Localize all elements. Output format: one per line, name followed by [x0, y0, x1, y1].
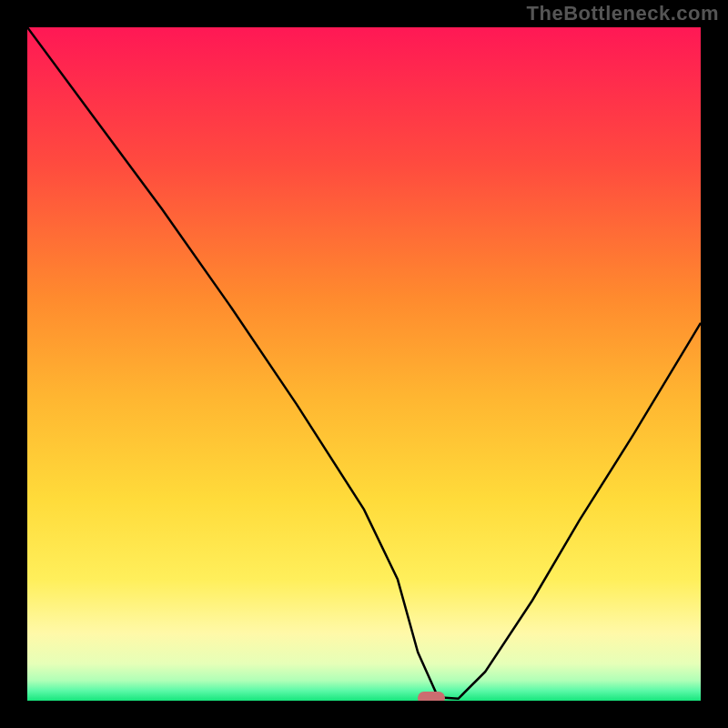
bottleneck-curve: [27, 27, 701, 701]
optimal-point-marker: [418, 692, 445, 701]
site-watermark: TheBottleneck.com: [527, 2, 719, 25]
plot-area: #curve-path { stroke-width: 2.5px; }: [27, 27, 701, 701]
chart-frame: TheBottleneck.com #curve-path { stroke-w…: [0, 0, 728, 728]
